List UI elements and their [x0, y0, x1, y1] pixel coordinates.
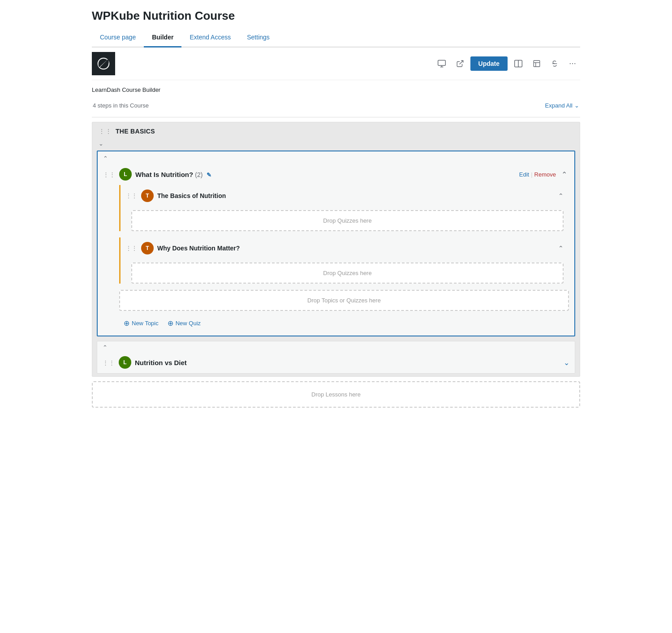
tab-extend-access[interactable]: Extend Access: [181, 29, 239, 47]
tab-settings[interactable]: Settings: [239, 29, 278, 47]
lesson-chevron-up-2[interactable]: ⌃: [103, 344, 108, 351]
svg-point-12: [574, 63, 575, 64]
lesson-remove-link[interactable]: Remove: [534, 171, 556, 178]
topic-collapse-button-1[interactable]: ⌃: [558, 192, 564, 199]
toolbar-left: [92, 52, 115, 75]
split-view-button[interactable]: [510, 56, 526, 71]
expand-all-icon: ⌄: [574, 102, 579, 109]
external-link-button[interactable]: [452, 57, 468, 70]
new-actions: ⊕ New Topic ⊕ New Quiz: [119, 314, 569, 330]
more-options-button[interactable]: [565, 57, 580, 70]
lesson-actions: Edit | Remove: [519, 171, 556, 178]
wp-logo: [92, 52, 115, 75]
lesson-title-what-is-nutrition: What Is Nutrition? (2) ✎: [135, 171, 516, 178]
update-button[interactable]: Update: [470, 56, 508, 71]
topic-badge-t-2: T: [141, 242, 154, 254]
lesson-expand-button-nvd[interactable]: ⌄: [564, 358, 569, 367]
steps-count: 4 steps in this Course: [93, 102, 149, 109]
lesson-title-nvd: Nutrition vs Diet: [135, 359, 560, 366]
lesson-top-controls: ⌃: [98, 151, 574, 164]
lesson-badge-l-nvd: L: [119, 356, 131, 369]
lesson-badge-l: L: [119, 168, 132, 181]
drop-quizzes-zone-1[interactable]: Drop Quizzes here: [131, 210, 564, 231]
section-the-basics: ⋮⋮ THE BASICS ⌄ ⌃ ⋮⋮ L What Is Nutrition…: [92, 122, 580, 377]
lesson-header-what-is-nutrition: ⋮⋮ L What Is Nutrition? (2) ✎ Edit | Rem…: [98, 164, 574, 185]
drop-lessons-zone[interactable]: Drop Lessons here: [92, 381, 580, 408]
tab-course-page[interactable]: Course page: [92, 29, 144, 47]
section-chevron-the-basics[interactable]: ⌄: [92, 140, 580, 151]
svg-rect-0: [438, 60, 445, 66]
topic-header-why: ⋮⋮ T Why Does Nutrition Matter? ⌃: [121, 237, 569, 259]
topic-title-basics: The Basics of Nutrition: [157, 192, 555, 199]
new-topic-label: New Topic: [132, 320, 159, 327]
lesson-chevron-up[interactable]: ⌃: [103, 155, 108, 162]
toolbar: Update: [92, 47, 580, 80]
expand-all-label: Expand All: [545, 102, 573, 109]
topic-badge-t-1: T: [141, 189, 154, 202]
builder-label: LearnDash Course Builder: [92, 85, 580, 99]
topic-collapse-button-2[interactable]: ⌃: [558, 245, 564, 252]
lesson-collapse-button[interactable]: ⌃: [560, 169, 569, 180]
lesson-drag-handle[interactable]: ⋮⋮: [103, 171, 116, 178]
strikethrough-button[interactable]: [547, 57, 562, 70]
edit-button[interactable]: [529, 57, 544, 70]
course-steps-header: 4 steps in this Course Expand All ⌄: [92, 99, 580, 112]
topic-basics-of-nutrition: ⋮⋮ T The Basics of Nutrition ⌃ Drop Quiz…: [119, 185, 569, 231]
lesson-nutrition-vs-diet: ⌃ ⋮⋮ L Nutrition vs Diet ⌄: [97, 341, 575, 374]
lesson-collapsed-top: ⌃: [97, 341, 575, 352]
section-header-the-basics[interactable]: ⋮⋮ THE BASICS: [92, 122, 580, 140]
new-quiz-button[interactable]: ⊕ New Quiz: [168, 319, 201, 327]
new-quiz-label: New Quiz: [176, 320, 201, 327]
lesson-edit-pencil-icon[interactable]: ✎: [207, 172, 211, 178]
lesson-drag-handle-nvd[interactable]: ⋮⋮: [103, 359, 115, 366]
tab-builder[interactable]: Builder: [144, 29, 181, 47]
topic-title-why: Why Does Nutrition Matter?: [157, 245, 555, 252]
lesson-edit-link[interactable]: Edit: [519, 171, 529, 178]
lesson-topic-count: (2): [195, 171, 202, 178]
section-divider: [92, 117, 580, 117]
new-quiz-icon: ⊕: [168, 319, 173, 327]
svg-line-3: [459, 60, 463, 64]
topic-header-basics: ⋮⋮ T The Basics of Nutrition ⌃: [121, 185, 569, 207]
svg-point-11: [572, 63, 573, 64]
drop-topics-quizzes-zone[interactable]: Drop Topics or Quizzes here: [119, 290, 569, 311]
action-separator: |: [530, 171, 533, 178]
lesson-collapsed-header-nvd: ⋮⋮ L Nutrition vs Diet ⌄: [97, 352, 575, 373]
topic-drag-handle-2[interactable]: ⋮⋮: [126, 245, 138, 251]
svg-point-10: [570, 63, 571, 64]
drop-quizzes-zone-2[interactable]: Drop Quizzes here: [131, 263, 564, 284]
section-drag-handle[interactable]: ⋮⋮: [99, 128, 112, 135]
new-topic-button[interactable]: ⊕ New Topic: [124, 319, 159, 327]
expand-all-button[interactable]: Expand All ⌄: [545, 102, 579, 109]
topic-drag-handle-1[interactable]: ⋮⋮: [126, 193, 138, 199]
svg-rect-6: [534, 60, 540, 67]
lesson-body-what-is-nutrition: ⋮⋮ T The Basics of Nutrition ⌃ Drop Quiz…: [98, 185, 574, 336]
page-title: WPKube Nutrition Course: [92, 9, 580, 23]
desktop-view-button[interactable]: [434, 56, 450, 71]
topic-why-nutrition-matters: ⋮⋮ T Why Does Nutrition Matter? ⌃ Drop Q…: [119, 237, 569, 284]
tabs-bar: Course page Builder Extend Access Settin…: [92, 29, 580, 47]
lesson-what-is-nutrition: ⌃ ⋮⋮ L What Is Nutrition? (2) ✎ Edit | R…: [97, 151, 575, 336]
toolbar-right: Update: [434, 56, 580, 71]
section-title-the-basics: THE BASICS: [116, 128, 155, 135]
new-topic-icon: ⊕: [124, 319, 129, 327]
